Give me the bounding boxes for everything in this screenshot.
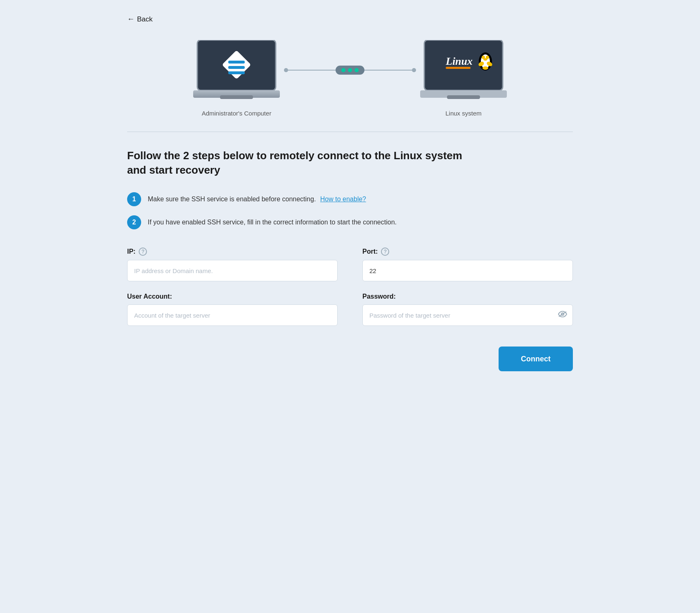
user-account-label-row: User Account:: [127, 293, 338, 300]
line-left: [288, 70, 336, 71]
bubble-dot-1: [341, 68, 345, 72]
port-help-icon[interactable]: ?: [381, 248, 389, 256]
admin-laptop-svg: [193, 40, 280, 104]
ip-field: IP: ?: [127, 248, 338, 281]
user-account-field: User Account:: [127, 293, 338, 326]
password-field: Password:: [362, 293, 573, 326]
step-1-text: Make sure the SSH service is enabled bef…: [148, 192, 366, 204]
admin-laptop: [193, 40, 280, 104]
ip-label: IP:: [127, 248, 135, 255]
admin-computer-block: Administrator's Computer: [193, 40, 280, 117]
svg-rect-4: [228, 66, 245, 69]
user-account-input[interactable]: [127, 304, 338, 326]
svg-rect-3: [228, 61, 245, 64]
user-account-label: User Account:: [127, 293, 172, 300]
illustration-section: Administrator's Computer: [127, 40, 573, 117]
svg-rect-11: [446, 67, 471, 69]
port-input[interactable]: [362, 260, 573, 281]
admin-computer-label: Administrator's Computer: [202, 110, 272, 117]
linux-computer-label: Linux system: [445, 110, 482, 117]
step-2-number: 2: [127, 215, 141, 229]
back-button-label: Back: [137, 15, 153, 24]
steps-list: 1 Make sure the SSH service is enabled b…: [127, 192, 573, 229]
bubble-dot-2: [348, 68, 352, 72]
password-label: Password:: [362, 293, 396, 300]
ip-label-row: IP: ?: [127, 248, 338, 256]
password-input[interactable]: [362, 304, 573, 326]
connect-button-row: Connect: [127, 347, 573, 371]
linux-laptop-svg: Linux: [420, 40, 507, 104]
port-field: Port: ?: [362, 248, 573, 281]
ip-input[interactable]: [127, 260, 338, 281]
connection-bubble: [336, 66, 364, 75]
line-dot-right: [412, 68, 416, 72]
how-to-enable-link[interactable]: How to enable?: [320, 196, 366, 203]
svg-text:Linux: Linux: [445, 55, 473, 67]
back-arrow-icon: ←: [127, 15, 135, 24]
port-label-row: Port: ?: [362, 248, 573, 256]
page-container: ← Back: [111, 0, 589, 413]
svg-point-16: [483, 58, 487, 61]
password-label-row: Password:: [362, 293, 573, 300]
back-button[interactable]: ← Back: [127, 15, 153, 24]
step-1: 1 Make sure the SSH service is enabled b…: [127, 192, 573, 206]
svg-rect-5: [228, 71, 245, 74]
step-2: 2 If you have enabled SSH service, fill …: [127, 215, 573, 229]
ip-help-icon[interactable]: ?: [139, 248, 147, 256]
page-title: Follow the 2 steps below to remotely con…: [127, 149, 466, 177]
svg-rect-7: [220, 95, 253, 99]
connect-button[interactable]: Connect: [499, 347, 573, 371]
section-divider: [127, 132, 573, 132]
step-2-text: If you have enabled SSH service, fill in…: [148, 215, 397, 227]
connection-form: IP: ? Port: ? User Account: Password:: [127, 248, 573, 326]
linux-laptop: Linux: [420, 40, 507, 104]
svg-point-19: [482, 66, 488, 70]
linux-computer-block: Linux Linux system: [420, 40, 507, 117]
port-label: Port:: [362, 248, 378, 255]
step-1-number: 1: [127, 192, 141, 206]
password-toggle-icon[interactable]: [558, 311, 567, 320]
bubble-dot-3: [355, 68, 359, 72]
svg-rect-21: [447, 95, 480, 99]
password-wrapper: [362, 304, 573, 326]
line-dot-left: [284, 68, 288, 72]
connection-line: [284, 66, 416, 75]
line-right: [364, 70, 412, 71]
